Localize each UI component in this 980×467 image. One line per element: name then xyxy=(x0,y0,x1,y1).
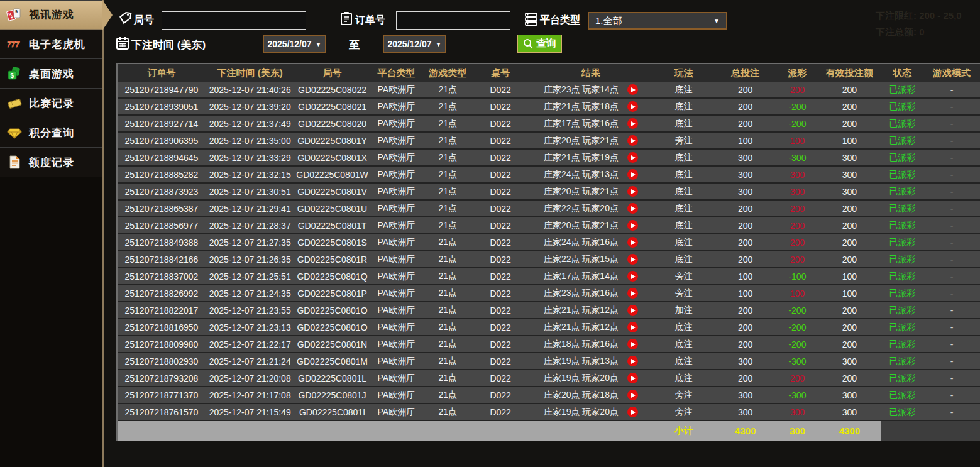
date-to-value: 2025/12/07 xyxy=(388,39,432,49)
cell-status: 已派彩 xyxy=(881,285,923,301)
cell-result: 庄家17点 玩家16点 xyxy=(528,116,654,131)
date-to-select[interactable]: 2025/12/07 ▼ xyxy=(383,35,446,53)
cell-result: 庄家24点 玩家13点 xyxy=(528,167,654,182)
sidebar-item-match-records[interactable]: 比赛记录 xyxy=(0,89,102,118)
result-text: 庄家24点 玩家16点 xyxy=(544,237,619,248)
cell-bet-time: 2025-12-07 21:29:41 xyxy=(206,201,295,216)
cell-table-no: D022 xyxy=(473,251,528,267)
cell-table-no: D022 xyxy=(473,302,528,318)
cell-result: 庄家21点 玩家19点 xyxy=(528,150,654,165)
play-video-button[interactable] xyxy=(627,407,638,417)
play-video-button[interactable] xyxy=(627,288,638,299)
cell-payout: -200 xyxy=(776,336,818,352)
chevron-down-icon: ▼ xyxy=(316,41,322,48)
sidebar-item-video-games[interactable]: K♥9视讯游戏 xyxy=(0,0,102,30)
cell-result: 庄家23点 玩家16点 xyxy=(528,285,654,301)
sidebar-item-slots[interactable]: 777电子老虎机 xyxy=(0,30,102,59)
cell-play-type: 底注 xyxy=(654,201,714,216)
cell-bet-time: 2025-12-07 21:39:20 xyxy=(206,99,295,114)
play-video-button[interactable] xyxy=(627,339,638,349)
cell-order-id: 251207218885282 xyxy=(118,167,206,182)
sidebar-item-table-games[interactable]: $桌面游戏 xyxy=(0,59,102,89)
cell-game-type: 21点 xyxy=(422,302,473,318)
cell-valid-bet: 300 xyxy=(818,387,881,403)
cell-status: 已派彩 xyxy=(881,302,923,318)
chevron-down-icon: ▼ xyxy=(436,41,442,48)
sidebar-item-quota-records[interactable]: 额度记录 xyxy=(0,148,102,177)
subtotal-payout: 300 xyxy=(776,421,818,441)
order-id-input[interactable] xyxy=(396,11,510,30)
subtotal-status xyxy=(881,421,923,441)
calendar-icon xyxy=(115,35,130,50)
play-video-button[interactable] xyxy=(627,135,638,146)
play-video-button[interactable] xyxy=(627,220,638,231)
play-video-button[interactable] xyxy=(627,305,638,316)
query-button-label: 查询 xyxy=(536,37,556,50)
result-text: 庄家21点 玩家12点 xyxy=(544,322,619,333)
cell-round-id: GD02225C0801M xyxy=(295,353,370,369)
cell-valid-bet: 100 xyxy=(818,285,881,301)
table-row: 2512072188653872025-12-07 21:29:41GD0222… xyxy=(118,201,980,217)
play-video-button[interactable] xyxy=(627,152,638,163)
cell-order-id: 251207218865387 xyxy=(118,201,206,216)
cell-play-type: 底注 xyxy=(654,184,714,199)
result-text: 庄家18点 玩家16点 xyxy=(544,339,619,350)
play-video-button[interactable] xyxy=(627,390,638,400)
play-video-button[interactable] xyxy=(627,322,638,332)
cell-round-id: GD02225C0801Q xyxy=(295,268,370,284)
ticket-icon xyxy=(6,96,23,111)
cell-payout: -200 xyxy=(776,99,818,114)
cell-round-id: GD02225C0801P xyxy=(295,285,370,301)
cell-payout: 300 xyxy=(776,167,818,182)
result-text: 庄家23点 玩家14点 xyxy=(544,84,619,96)
table-row: 2512072188852822025-12-07 21:32:15GD0222… xyxy=(118,167,980,184)
platform-type-select[interactable]: 1.全部 ▼ xyxy=(588,12,727,30)
cell-payout: -300 xyxy=(776,353,818,369)
cell-play-type: 底注 xyxy=(654,217,714,233)
column-header-order-id: 订单号 xyxy=(118,64,206,82)
cell-table-no: D022 xyxy=(473,353,528,369)
cell-status: 已派彩 xyxy=(881,319,923,335)
cell-round-id: GD02225C0801L xyxy=(295,370,370,386)
date-from-select[interactable]: 2025/12/07 ▼ xyxy=(263,35,326,53)
play-video-button[interactable] xyxy=(627,254,638,265)
subtotal-valid-bet: 4300 xyxy=(818,421,881,441)
play-video-button[interactable] xyxy=(627,271,638,282)
cell-valid-bet: 100 xyxy=(818,133,881,148)
cell-game-type: 21点 xyxy=(422,251,473,267)
cell-game-type: 21点 xyxy=(422,404,473,420)
round-id-input[interactable] xyxy=(162,11,306,30)
play-video-button[interactable] xyxy=(627,101,638,112)
column-header-platform: 平台类型 xyxy=(370,64,422,82)
cell-round-id: GD02225C0801U xyxy=(295,201,370,216)
play-video-button[interactable] xyxy=(627,118,638,129)
query-button[interactable]: 查询 xyxy=(517,35,562,53)
cell-status: 已派彩 xyxy=(881,251,923,267)
result-text: 庄家19点 玩家13点 xyxy=(544,356,619,367)
cell-order-id: 251207218842166 xyxy=(118,251,206,267)
play-video-button[interactable] xyxy=(627,373,638,383)
cell-game-type: 21点 xyxy=(422,268,473,284)
play-video-button[interactable] xyxy=(627,169,638,180)
play-video-button[interactable] xyxy=(627,84,638,95)
cell-total-bet: 200 xyxy=(714,82,777,97)
watermark-limit-text: 下注限红: 200 - 25,0 xyxy=(876,10,962,22)
cell-order-id: 251207218947790 xyxy=(118,82,206,97)
bet-time-label: 下注时间 (美东) xyxy=(131,38,206,52)
cell-play-type: 旁注 xyxy=(654,285,714,301)
play-video-button[interactable] xyxy=(627,203,638,214)
cell-play-type: 底注 xyxy=(654,353,714,369)
cell-bet-time: 2025-12-07 21:21:24 xyxy=(206,353,295,369)
cell-order-id: 251207218939051 xyxy=(118,99,206,114)
cell-play-type: 底注 xyxy=(654,82,714,97)
play-video-button[interactable] xyxy=(627,356,638,366)
cell-payout: -300 xyxy=(776,150,818,165)
cell-platform: PA欧洲厅 xyxy=(370,319,422,335)
cell-platform: PA欧洲厅 xyxy=(370,302,422,318)
play-video-button[interactable] xyxy=(627,237,638,248)
cell-round-id: GD02225C08022 xyxy=(295,82,370,97)
play-video-button[interactable] xyxy=(627,186,638,197)
cell-table-no: D022 xyxy=(473,167,528,182)
cell-play-type: 底注 xyxy=(654,99,714,114)
sidebar-item-points-query[interactable]: 积分查询 xyxy=(0,118,102,148)
